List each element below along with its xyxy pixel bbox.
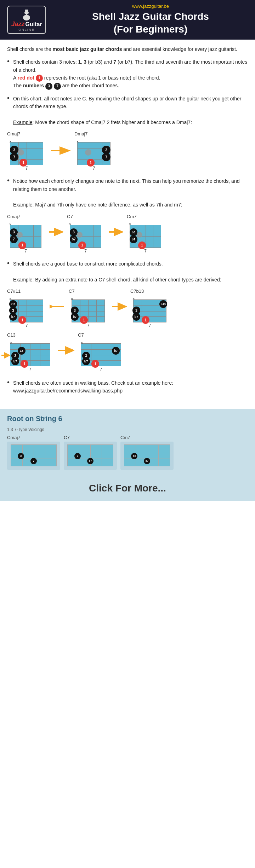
x-mark: × [9,139,11,144]
main-content: Shell chords are the most basic jazz gui… [0,40,255,406]
chord-fret-c7-4: 7 [100,367,102,372]
partial-dot-3: 3 [18,453,24,459]
bullet-content-4: Shell chords are a good base to construc… [13,260,248,284]
chord-dot-b13: b13 [159,300,167,308]
chord-diagram-c7-3: × 3 b7 1 7 [69,295,108,329]
chord-dot-b7-c7b13: b7 [132,313,140,321]
root-chord-label-cm7: Cm7 [120,435,130,440]
chord-fret-c7: 7 [84,249,87,254]
chord-group-c7-3: C7 × 3 b7 1 7 [69,289,108,329]
chord-fret-cm7: 7 [144,249,147,254]
chord-group-c13: C13 × 13 3 [7,332,53,373]
root-section: Root on String 6 1 3 7-Type Voicings Cma… [0,409,255,476]
x-mark-c13: × [10,340,12,345]
arrow-back-1 [50,289,65,311]
x-mark-c7-2: × [69,222,71,226]
click-more-section[interactable]: Click For More... [0,476,255,501]
partial-diagram-c7: b7 3 [64,442,117,470]
bullet-dot-3: • [7,176,10,185]
chord-label-c13: C13 [7,332,16,338]
bullet-item-5: • Shell chords are often used in walking… [7,379,248,395]
root-chord-cm7: Cm7 b7 b3 [120,435,174,470]
bullet-content-1: Shell chords contain 3 notes: 1, 3 (or b… [13,58,248,90]
chord-dot-gray-cm7 [137,232,142,238]
chord-fret-c2: 7 [24,249,27,254]
arrow-icon-2 [48,227,63,237]
chord-dot-root-c7: 1 [78,241,86,249]
chord-label-c7b13: C7b13 [130,289,144,294]
logo-box: Jazz Guitar ONLINE [7,6,46,34]
arrow-icon-1 [50,145,71,156]
chord-dot-root-c7b13: 1 [142,316,149,324]
chord-label-c7-3: C7 [69,289,75,294]
logo-jazz: Jazz [11,21,24,28]
chord-dot-root-d: 1 [87,159,95,167]
chord-group-cmaj7-1: Cmaj7 × 3 7 1 7 [7,131,46,171]
bullet-dot-4: • [7,259,10,267]
chord-row-3: C7#11 × #11 3 b7 1 7 [7,289,248,329]
chord-fret-c7-3: 7 [87,323,90,328]
chord-group-cm7: Cm7 × b3 b7 1 7 [127,214,164,254]
chord-diagram-c7-4: × b7 3 b7 1 7 [78,339,124,373]
chord-label-cm7: Cm7 [127,214,136,219]
chord-dot-7-c2: 7 [10,235,18,243]
chord-label-c7s11: C7#11 [7,289,21,294]
x-mark-c7-3: × [71,297,73,301]
seven-badge: 7 [54,83,61,90]
chord-fret-d: 7 [93,166,95,171]
chord-dot-3-c7: 3 [70,228,78,236]
root-section-title: Root on String 6 [7,415,248,423]
arrow-3 [108,214,123,237]
header: Jazz Guitar ONLINE www.jazzguitar.be She… [0,0,255,40]
guitar-icon [18,8,35,21]
chord-group-c7b13: C7b13 × b13 3 b7 1 7 [130,289,169,329]
root-chord-label-cmaj7: Cmaj7 [7,435,21,440]
arrow-icon-back-1 [50,302,65,311]
click-more-text: Click For More... [89,483,166,494]
chord-group-c7s11: C7#11 × #11 3 b7 1 7 [7,289,46,329]
bullet-item-3: • Notice how each chord only changes one… [7,177,248,209]
root-chord-c7: C7 b7 3 [64,435,117,470]
logo-area: Jazz Guitar ONLINE [7,6,46,34]
x-mark-c2: × [9,222,11,226]
three-badge: 3 [45,83,52,90]
logo-online: ONLINE [18,28,35,31]
header-title: Shell Jazz Guitar Chords (For Beginners) [53,10,248,36]
chord-fret-c7s11: 7 [26,323,28,328]
chord-dot-b7-c7-3: b7 [71,313,79,321]
left-arrow-c13 [1,352,10,360]
chord-label-c7-4: C7 [78,332,84,338]
root-chord-cmaj7: Cmaj7 7 3 [7,435,60,470]
chord-diagram-c13: × 13 3 b7 1 7 [7,339,53,373]
bullet-content-5: Shell chords are often used in walking b… [13,379,248,395]
chord-dot-13: 13 [18,347,26,355]
chord-diagram-c7s11: × #11 3 b7 1 7 [7,295,46,329]
chord-diagram-cmaj7-2: × 3 7 1 7 [7,221,44,254]
partial-diagram-cmaj7: 7 3 [7,442,60,470]
partial-diagram-cm7: b7 b3 [120,442,174,470]
chord-label-dmaj7: Dmaj7 [74,131,88,136]
chord-dot-b7-c13: b7 [11,357,19,365]
x-mark-c7b13: × [132,297,135,301]
arrow-fwd-1 [111,289,127,311]
chord-fret-c7b13: 7 [149,323,151,328]
arrow-icon-c13-c7 [57,346,74,355]
chord-diagram-dmaj7: × 3 7 1 7 [74,138,113,171]
logo-guitar: Guitar [25,21,42,28]
chord-dot-root-1: 1 [19,159,27,167]
bullet-content-3: Notice how each chord only changes one n… [13,177,248,209]
root-chord-row: Cmaj7 7 3 C7 [7,435,248,470]
bullet-item-1: • Shell chords contain 3 notes: 1, 3 (or… [7,58,248,90]
partial-dot-b3-cm7: b3 [131,453,137,459]
x-mark-d: × [76,139,79,144]
chord-diagram-cm7: × b3 b7 1 7 [127,221,164,254]
header-right: www.jazzguitar.be Shell Jazz Guitar Chor… [53,4,248,36]
arrow-c13-c7 [57,332,74,355]
chord-fret-c13: 7 [29,367,32,372]
root-badge: 1 [36,75,43,82]
chord-dot-root-c2: 1 [18,241,26,249]
svg-rect-2 [26,11,27,18]
chord-dot-gray-c7 [77,232,83,238]
arrow-icon-fwd-1 [111,302,127,311]
arrow-icon-3 [108,227,123,237]
